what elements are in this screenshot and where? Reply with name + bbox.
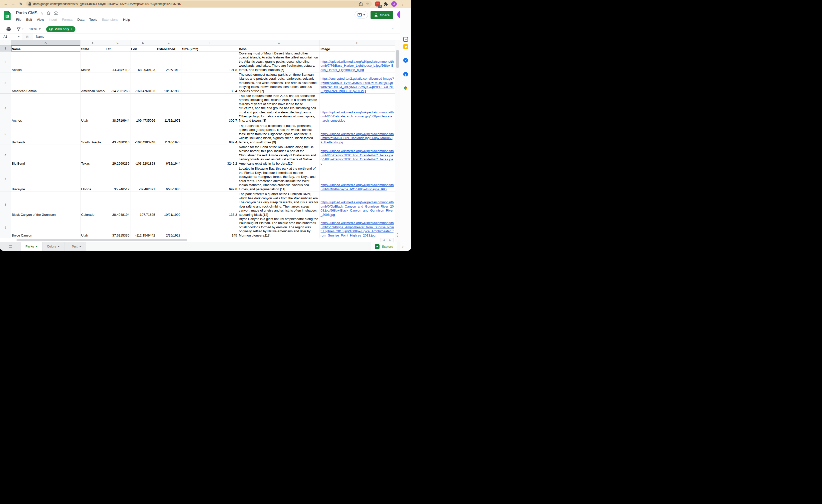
menu-tools[interactable]: Tools	[89, 18, 97, 21]
cell[interactable]: 3242.2	[181, 145, 238, 166]
row-number[interactable]: 8	[0, 192, 11, 217]
horizontal-scrollbar[interactable]: ◀ ▶	[0, 238, 395, 242]
cell-image-link[interactable]: https://upload.wikimedia.org/wikipedia/c…	[321, 183, 394, 191]
sheets-logo-icon[interactable]	[4, 11, 11, 20]
cell[interactable]: 2/25/1928	[156, 217, 181, 238]
cell-description[interactable]: The park protects a quarter of the Gunni…	[238, 192, 320, 217]
cell[interactable]: -103.2201828	[130, 145, 156, 166]
row-number[interactable]: 3	[0, 72, 11, 93]
cell-image-link[interactable]: https://encrypted-tbn2.gstatic.com/licen…	[321, 77, 394, 93]
cell[interactable]: 38.5719944	[105, 94, 130, 123]
hide-side-panel-icon[interactable]: ›	[402, 244, 404, 248]
cell[interactable]: -112.1549442	[130, 217, 156, 238]
scroll-up-icon[interactable]: ▲	[395, 232, 400, 235]
cell[interactable]: -68.2039123	[130, 52, 156, 72]
cell[interactable]: 145	[181, 217, 238, 238]
cell-image-link[interactable]: https://upload.wikimedia.org/wikipedia/c…	[321, 149, 394, 165]
cell[interactable]: Florida	[80, 166, 105, 191]
column-header-g[interactable]: G	[238, 40, 320, 45]
document-status-cloud-icon[interactable]	[54, 11, 58, 15]
scroll-left-icon[interactable]: ◀	[381, 238, 387, 242]
column-header-e[interactable]: E	[156, 40, 181, 45]
cell[interactable]: Colorado	[80, 192, 105, 217]
star-document-icon[interactable]: ☆	[40, 11, 43, 15]
cell-image-link[interactable]: https://upload.wikimedia.org/wikipedia/c…	[321, 132, 394, 145]
menu-file[interactable]: File	[16, 18, 21, 21]
vertical-scrollbar-thumb[interactable]	[396, 50, 399, 68]
row-number[interactable]: 6	[0, 145, 11, 166]
password-manager-extension-icon[interactable]: •••11	[375, 1, 380, 6]
cell[interactable]: -169.4760133	[130, 72, 156, 93]
share-button[interactable]: Share	[371, 11, 393, 19]
cell[interactable]: 699.8	[181, 166, 238, 191]
scroll-down-icon[interactable]: ▼	[395, 235, 400, 238]
view-only-button[interactable]: View only	[46, 26, 75, 32]
back-icon[interactable]: ←	[2, 2, 9, 6]
cell[interactable]: 29.2669239	[105, 145, 130, 166]
column-header-f[interactable]: F	[181, 40, 238, 45]
cell[interactable]: 37.6215335	[105, 217, 130, 238]
cell[interactable]: Established	[156, 45, 181, 51]
bookmark-star-icon[interactable]: ☆	[366, 2, 369, 6]
cell[interactable]: Utah	[80, 217, 105, 238]
sheet-tab-caret[interactable]	[36, 246, 37, 247]
all-sheets-button[interactable]	[0, 242, 21, 251]
print-icon[interactable]	[6, 27, 11, 31]
cell[interactable]: Lat	[105, 45, 130, 51]
cell[interactable]: Desc	[238, 45, 320, 51]
scroll-right-icon[interactable]: ▶	[387, 238, 394, 242]
cell[interactable]: 36.4	[181, 72, 238, 93]
cell[interactable]: 982.4	[181, 123, 238, 145]
extensions-puzzle-icon[interactable]	[384, 2, 388, 6]
cell-description[interactable]: Covering most of Mount Desert Island and…	[238, 52, 320, 72]
menu-help[interactable]: Help	[123, 18, 130, 21]
calendar-icon[interactable]: 31	[403, 37, 408, 42]
cell[interactable]: -14.2331268	[105, 72, 130, 93]
collapse-toolbar-icon[interactable]: ⌃	[391, 27, 394, 31]
select-all-corner[interactable]	[0, 40, 11, 45]
vertical-scrollbar[interactable]: ▲ ▼	[395, 40, 400, 242]
cell[interactable]: 6/12/1944	[156, 145, 181, 166]
cell[interactable]: Lon	[130, 45, 156, 51]
sheet-tab-colors[interactable]: Colors	[42, 242, 64, 251]
cell[interactable]: 191.8	[181, 52, 238, 72]
browser-menu-icon[interactable]: ⋮	[401, 2, 405, 6]
cell[interactable]: 38.4948194	[105, 192, 130, 217]
cell-description[interactable]: The Badlands are a collection of buttes,…	[238, 123, 320, 145]
share-page-icon[interactable]	[359, 2, 363, 6]
cell-image-link[interactable]: https://upload.wikimedia.org/wikipedia/c…	[321, 221, 394, 237]
cell-park-name[interactable]: Arches	[11, 94, 80, 123]
cell-image-link[interactable]: https://upload.wikimedia.org/wikipedia/c…	[321, 200, 394, 217]
cell-park-name[interactable]: Badlands	[11, 123, 80, 145]
cell[interactable]: -39.462891	[130, 166, 156, 191]
contacts-icon[interactable]	[403, 72, 408, 77]
zoom-control[interactable]: 100%	[29, 27, 41, 31]
cell[interactable]: -109.4735066	[130, 94, 156, 123]
cell[interactable]: 309.7	[181, 94, 238, 123]
row-number[interactable]: 9	[0, 217, 11, 238]
cell[interactable]: -107.71625	[130, 192, 156, 217]
cell[interactable]: South Dakota	[80, 123, 105, 145]
cell-image-link[interactable]: https://upload.wikimedia.org/wikipedia/c…	[321, 110, 394, 123]
filter-icon[interactable]	[17, 27, 20, 31]
maps-icon[interactable]	[403, 86, 408, 91]
sheet-tab-caret[interactable]	[79, 246, 81, 247]
tasks-icon[interactable]: ✓	[403, 58, 408, 63]
cell-park-name[interactable]: Bryce Canyon	[11, 217, 80, 238]
cell[interactable]: Maine	[80, 52, 105, 72]
row-number[interactable]: 1	[0, 45, 11, 51]
filter-dropdown-caret[interactable]	[22, 29, 23, 30]
column-header-d[interactable]: D	[130, 40, 156, 45]
sheet-tab-caret[interactable]	[58, 246, 59, 247]
sheet-tab-parks[interactable]: Parks	[21, 242, 42, 251]
cell[interactable]: Utah	[80, 94, 105, 123]
cell[interactable]: Size (km2)	[181, 45, 238, 51]
move-document-icon[interactable]	[47, 11, 50, 15]
formula-input[interactable]: Name	[33, 35, 44, 38]
browser-profile-avatar[interactable]: J	[391, 1, 397, 7]
menu-view[interactable]: View	[37, 18, 44, 21]
cell[interactable]: 35.746512	[105, 166, 130, 191]
cell[interactable]: 43.7480316	[105, 123, 130, 145]
name-box[interactable]: A1	[0, 33, 22, 40]
cell-park-name[interactable]: Black Canyon of the Gunnison	[11, 192, 80, 217]
